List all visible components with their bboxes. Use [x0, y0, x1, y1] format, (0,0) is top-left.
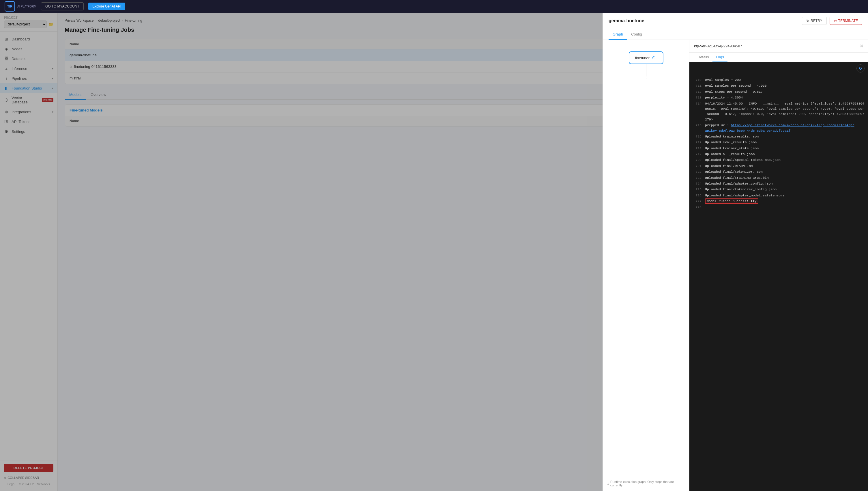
- line-text: Uploaded final/adapter_model.safetensors: [705, 193, 785, 198]
- graph-info: ℹ Runtime execution graph. Only steps th…: [608, 480, 684, 487]
- graph-area: finetuner ⏱ ⋮ ℹ Runtime execution graph.…: [603, 40, 689, 491]
- line-number: 719: [693, 152, 702, 157]
- line-text: eval_steps_per_second = 0.617: [705, 89, 763, 94]
- node-status-icon: ⏱: [652, 55, 656, 60]
- panel-title: gemma-finetune: [609, 18, 644, 23]
- terminate-button[interactable]: ⊗ TERMINATE: [830, 17, 862, 25]
- log-line: 724Uploaded final/adapter_config.json: [689, 181, 868, 186]
- line-number: 726: [693, 193, 702, 198]
- log-line: 721Uploaded final/README.md: [689, 163, 868, 169]
- close-icon[interactable]: ✕: [860, 43, 863, 49]
- log-line: 713perplexity = 4.3054: [689, 95, 868, 100]
- detail-panel: gemma-finetune ↻ RETRY ⊗ TERMINATE Graph…: [602, 13, 868, 491]
- panel-tabs: Graph Config: [603, 29, 868, 40]
- line-number: 714: [693, 101, 702, 122]
- line-number: 710: [693, 78, 702, 83]
- line-text: Uploaded final/adapter_config.json: [705, 181, 773, 186]
- retry-icon: ↻: [806, 19, 809, 23]
- top-navigation: TIR AI PLATFORM GO TO MYACCOUNT Explore …: [0, 0, 868, 13]
- line-text: Uploaded all_results.json: [705, 152, 755, 157]
- line-number: 718: [693, 146, 702, 151]
- line-number: 715: [693, 123, 702, 134]
- line-text: eval_samples = 200: [705, 78, 741, 83]
- log-line: 725Uploaded final/tokenizer_config.json: [689, 186, 868, 192]
- overlay-backdrop: gemma-finetune ↻ RETRY ⊗ TERMINATE Graph…: [0, 13, 868, 491]
- panel-tab-graph[interactable]: Graph: [609, 29, 627, 40]
- line-text: Uploaded final/tokenizer.json: [705, 169, 763, 174]
- line-number: 716: [693, 134, 702, 139]
- info-icon: ℹ: [608, 482, 609, 486]
- log-line: 719Uploaded all_results.json: [689, 151, 868, 157]
- line-text: Uploaded final/special_tokens_map.json: [705, 157, 781, 163]
- log-line: 726Uploaded final/adapter_model.safetens…: [689, 193, 868, 198]
- log-line: 715prepped.url: https://api.e2enetworks.…: [689, 122, 868, 134]
- log-line: 717Uploaded eval_results.json: [689, 140, 868, 145]
- line-text: Model Pushed Successfully: [705, 199, 758, 204]
- panel-header: gemma-finetune ↻ RETRY ⊗ TERMINATE: [603, 13, 868, 29]
- explore-genai-button[interactable]: Explore GenAI API: [88, 3, 125, 10]
- log-line: 71404/16/2024 12:45:00 - INFO - __main__…: [689, 101, 868, 123]
- log-line: 711eval_samples_per_second = 4.936: [689, 83, 868, 89]
- logo-sub: AI PLATFORM: [17, 5, 36, 8]
- logo-text-area: AI PLATFORM: [17, 5, 36, 8]
- log-link[interactable]: https://api.e2enetworks.com/myaccount/ap…: [731, 123, 855, 127]
- line-text: prepped.url: https://api.e2enetworks.com…: [705, 123, 855, 134]
- log-line: 722Uploaded final/tokenizer.json: [689, 169, 868, 175]
- log-line: 710eval_samples = 200: [689, 77, 868, 83]
- log-line: 716Uploaded train_results.json: [689, 134, 868, 140]
- retry-label: RETRY: [811, 19, 822, 23]
- line-number: 711: [693, 83, 702, 88]
- line-text: eval_samples_per_second = 4.936: [705, 83, 767, 88]
- logo-box: TIR: [5, 1, 15, 11]
- log-link[interactable]: apikey=5d0f70a3-b6eb-44d5-8dba-084ad7f7c…: [705, 129, 790, 133]
- line-text: Uploaded final/tokenizer_config.json: [705, 187, 777, 192]
- log-tabs: Details Logs: [689, 53, 868, 62]
- line-number: 717: [693, 140, 702, 145]
- line-text: Uploaded eval_results.json: [705, 140, 756, 145]
- line-text: Uploaded final/README.md: [705, 164, 753, 169]
- go-to-myaccount-button[interactable]: GO TO MYACCOUNT: [41, 2, 84, 10]
- log-line: 723Uploaded final/training_args.bin: [689, 175, 868, 181]
- line-number: 724: [693, 181, 702, 186]
- line-text: Uploaded trainer_state.json: [705, 146, 758, 151]
- log-line: 718Uploaded trainer_state.json: [689, 146, 868, 151]
- log-panel-id: kfp-ver-821-8fx4j-224904587: [694, 44, 742, 48]
- line-number: 721: [693, 164, 702, 169]
- panel-body: finetuner ⏱ ⋮ ℹ Runtime execution graph.…: [603, 40, 868, 491]
- node-connector: [646, 64, 646, 76]
- graph-node-finetuner[interactable]: finetuner ⏱: [629, 51, 663, 64]
- panel-tab-config[interactable]: Config: [627, 29, 646, 40]
- line-number: 720: [693, 157, 702, 163]
- line-text: 04/16/2024 12:45:00 - INFO - __main__ - …: [705, 101, 865, 122]
- log-content[interactable]: 710eval_samples = 200711eval_samples_per…: [689, 75, 868, 491]
- line-text: Uploaded final/training_args.bin: [705, 175, 769, 180]
- logo-icon: TIR: [7, 5, 12, 8]
- panel-actions: ↻ RETRY ⊗ TERMINATE: [802, 17, 862, 25]
- log-tab-logs[interactable]: Logs: [712, 53, 727, 62]
- logo-area: TIR AI PLATFORM: [5, 1, 36, 11]
- line-text: perplexity = 4.3054: [705, 95, 743, 100]
- log-tab-details[interactable]: Details: [694, 53, 712, 62]
- terminate-label: TERMINATE: [838, 19, 858, 23]
- line-number: 723: [693, 175, 702, 180]
- line-number: 725: [693, 187, 702, 192]
- log-line: 712eval_steps_per_second = 0.617: [689, 89, 868, 95]
- line-number: 712: [693, 89, 702, 94]
- line-number: 722: [693, 169, 702, 174]
- line-text: Uploaded train_results.json: [705, 134, 758, 139]
- line-number: 728: [693, 205, 702, 210]
- log-line: 720Uploaded final/special_tokens_map.jso…: [689, 157, 868, 163]
- retry-button[interactable]: ↻ RETRY: [802, 17, 827, 25]
- line-number: 713: [693, 95, 702, 100]
- line-number: 727: [693, 199, 702, 204]
- graph-info-text: Runtime execution graph. Only steps that…: [610, 480, 684, 487]
- terminate-icon: ⊗: [834, 19, 837, 23]
- node-label: finetuner: [635, 56, 650, 60]
- node-dots: ⋮: [644, 76, 648, 81]
- log-toolbar: ↻: [689, 62, 868, 75]
- log-panel: kfp-ver-821-8fx4j-224904587 ✕ Details Lo…: [689, 40, 868, 491]
- log-line: 728: [689, 204, 868, 210]
- log-panel-header: kfp-ver-821-8fx4j-224904587 ✕: [689, 40, 868, 53]
- log-line: 727Model Pushed Successfully: [689, 198, 868, 204]
- refresh-button[interactable]: ↻: [857, 64, 865, 73]
